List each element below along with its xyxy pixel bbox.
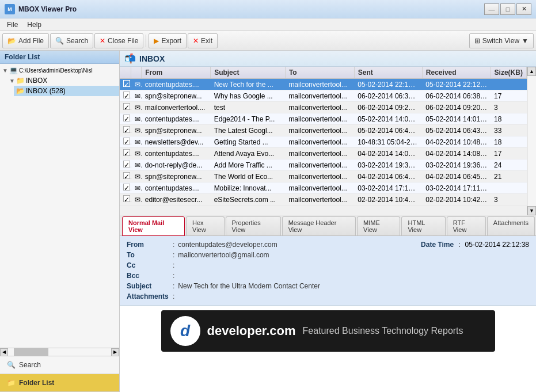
table-row[interactable]: ✓ ✉ newsletters@dev... Getting Started .… [120, 136, 527, 148]
left-bottom-panel: 🔍 Search 📁 Folder List [0, 356, 119, 392]
row-checkbox[interactable]: ✓ [120, 113, 131, 125]
title-bar: M MBOX Viewer Pro — □ ✕ [0, 0, 536, 18]
tab-hex-view[interactable]: Hex View [186, 216, 225, 235]
email-table-scrollbar[interactable]: ▲ ▼ [527, 67, 536, 215]
col-header-check[interactable] [120, 67, 131, 79]
close-file-button[interactable]: ✕ Close File [94, 33, 143, 48]
row-checkbox[interactable]: ✓ [120, 159, 131, 171]
email-table: From Subject To Sent Received Size(KB) ✓… [120, 67, 527, 205]
table-row[interactable]: ✓ ✉ contentupdates.... New Tech for the … [120, 79, 527, 90]
row-received: 04-02-2014 10:48:... [422, 136, 491, 148]
scroll-left-button[interactable]: ◀ [0, 348, 8, 356]
exit-button[interactable]: ✕ Exit [188, 33, 218, 48]
row-checkbox[interactable]: ✓ [120, 171, 131, 182]
inbox-header: 📬 INBOX [120, 51, 536, 67]
table-row[interactable]: ✓ ✉ spn@sitepronew... Why has Google ...… [120, 90, 527, 102]
row-subject: Mobilize: Innovat... [211, 182, 286, 194]
row-from: spn@sitepronew... [142, 125, 211, 136]
col-header-size[interactable]: Size(KB) [491, 67, 526, 79]
add-file-button[interactable]: 📂 Add File [2, 33, 49, 48]
col-header-attach[interactable] [131, 67, 142, 79]
scroll-right-button[interactable]: ▶ [111, 348, 119, 356]
row-subject: Why has Google ... [211, 90, 286, 102]
row-checkbox[interactable]: ✓ [120, 148, 131, 159]
row-checkbox[interactable]: ✓ [120, 182, 131, 194]
envelope-icon: ✉ [135, 81, 142, 89]
folder-list-panel-button[interactable]: 📁 Folder List [0, 374, 119, 392]
title-controls: — □ ✕ [484, 3, 531, 15]
tree-item-root[interactable]: ▼ 💻 C:\Users\admin\Desktop\Nisl [0, 65, 119, 75]
menu-help[interactable]: Help [22, 20, 46, 30]
table-row[interactable]: ✓ ✉ mailconvertertool.... test mailconve… [120, 102, 527, 113]
row-sent: 03-02-2014 19:36:42 [354, 159, 422, 171]
menu-file[interactable]: File [2, 20, 22, 30]
envelope-icon: ✉ [135, 196, 142, 204]
col-header-to[interactable]: To [285, 67, 354, 79]
row-checkbox[interactable]: ✓ [120, 90, 131, 102]
scroll-track [8, 348, 111, 356]
col-header-received[interactable]: Received [422, 67, 491, 79]
row-checkbox[interactable]: ✓ [120, 194, 131, 205]
tree-item-label-2: INBOX [26, 77, 47, 85]
row-sent: 04-02-2014 06:45:49 [354, 171, 422, 182]
row-checkbox[interactable]: ✓ [120, 136, 131, 148]
tab-properties-view[interactable]: Properties View [226, 216, 281, 235]
email-table-scroll[interactable]: From Subject To Sent Received Size(KB) ✓… [120, 67, 527, 215]
scroll-track-area [527, 76, 536, 206]
row-envelope: ✉ [131, 102, 142, 113]
row-to: mailconvertertool... [285, 194, 354, 205]
switch-view-button[interactable]: ⊞ Switch View ▼ [469, 33, 534, 48]
row-to: mailconvertertool... [285, 136, 354, 148]
table-row[interactable]: ✓ ✉ contentupdates.... Attend Avaya Evo.… [120, 148, 527, 159]
row-sent: 05-02-2014 06:43:44 [354, 125, 422, 136]
detail-fields: From : contentupdates@developer.com To :… [127, 239, 421, 281]
search-panel-button[interactable]: 🔍 Search [0, 356, 119, 374]
table-row[interactable]: ✓ ✉ contentupdates.... Mobilize: Innovat… [120, 182, 527, 194]
tab-normal-mail-view[interactable]: Normal Mail View [122, 216, 185, 236]
horizontal-scrollbar[interactable]: ◀ ▶ [0, 348, 119, 356]
row-from: contentupdates.... [142, 113, 211, 125]
col-header-subject[interactable]: Subject [211, 67, 286, 79]
table-row[interactable]: ✓ ✉ spn@sitepronew... The Latest Googl..… [120, 125, 527, 136]
tab-message-header-view[interactable]: Message Header View [282, 216, 356, 235]
menu-bar: File Help [0, 18, 536, 31]
table-row[interactable]: ✓ ✉ spn@sitepronew... The World of Eco..… [120, 171, 527, 182]
row-envelope: ✉ [131, 159, 142, 171]
row-subject: The World of Eco... [211, 171, 286, 182]
export-button[interactable]: ▶ Export [149, 33, 187, 48]
email-table-area: From Subject To Sent Received Size(KB) ✓… [120, 67, 536, 215]
row-from: spn@sitepronew... [142, 171, 211, 182]
table-row[interactable]: ✓ ✉ do-not-reply@de... Add More Traffic … [120, 159, 527, 171]
tree-item-inbox-parent[interactable]: ▼ 📁 INBOX [7, 75, 119, 86]
col-header-from[interactable]: From [142, 67, 211, 79]
tab-attachments[interactable]: Attachments [487, 216, 535, 235]
row-received: 04-02-2014 14:08:... [422, 148, 491, 159]
table-row[interactable]: ✓ ✉ editor@esitesecr... eSiteSecrets.com… [120, 194, 527, 205]
row-envelope: ✉ [131, 113, 142, 125]
envelope-icon: ✉ [135, 173, 142, 181]
search-button[interactable]: 🔍 Search [50, 33, 93, 48]
tab-html-view[interactable]: HTML View [401, 216, 445, 235]
tree-item-inbox[interactable]: 📂 INBOX (528) [14, 86, 119, 96]
row-checkbox[interactable]: ✓ [120, 102, 131, 113]
col-header-sent[interactable]: Sent [354, 67, 422, 79]
row-received: 05-02-2014 22:12:... [422, 79, 491, 90]
row-from: do-not-reply@de... [142, 159, 211, 171]
detail-to-row: To : mailconvertertool@gmail.com [127, 250, 421, 260]
row-sent: 06-02-2014 06:38:03 [354, 90, 422, 102]
folder-icon: 📁 [16, 77, 25, 85]
row-checkbox[interactable]: ✓ [120, 125, 131, 136]
row-checkbox[interactable]: ✓ [120, 79, 131, 90]
scroll-thumb[interactable] [14, 348, 48, 356]
table-row[interactable]: ✓ ✉ contentupdates.... Edge2014 - The P.… [120, 113, 527, 125]
tab-mime-view[interactable]: MIME View [357, 216, 400, 235]
close-button[interactable]: ✕ [516, 3, 531, 15]
row-size [491, 182, 526, 194]
scroll-down-button[interactable]: ▼ [527, 206, 536, 215]
row-to: mailconvertertool... [285, 102, 354, 113]
maximize-button[interactable]: □ [500, 3, 515, 15]
tab-rtf-view[interactable]: RTF View [447, 216, 486, 235]
scroll-up-button[interactable]: ▲ [527, 67, 536, 76]
row-sent: 06-02-2014 09:20:59 [354, 102, 422, 113]
minimize-button[interactable]: — [484, 3, 499, 15]
